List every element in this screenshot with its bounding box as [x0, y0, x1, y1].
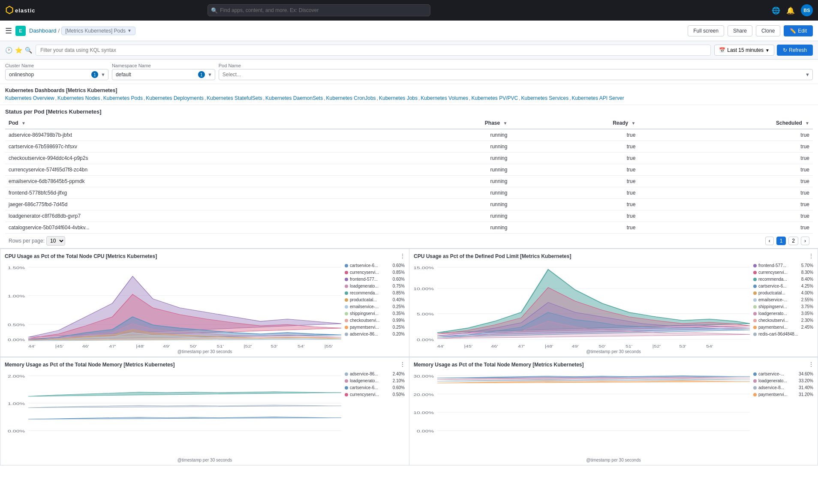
globe-icon[interactable]: 🌐 — [772, 6, 780, 15]
legend-item: currencyservi... 0.50% — [345, 392, 405, 398]
cell-phase: running — [384, 164, 511, 176]
breadcrumb-chevron[interactable]: ▼ — [127, 28, 132, 33]
svg-text:0.00%: 0.00% — [417, 429, 434, 433]
k8s-link-jobs[interactable]: Kubernetes Jobs — [379, 95, 418, 101]
cell-ready: true — [511, 222, 639, 234]
cell-ready: true — [511, 141, 639, 153]
col-scheduled-header[interactable]: Scheduled ▼ — [639, 117, 813, 129]
legend-value: 0.25% — [393, 304, 405, 310]
share-button[interactable]: Share — [728, 25, 752, 36]
legend-label: emailservice-... — [350, 304, 379, 310]
fullscreen-button[interactable]: Full screen — [688, 25, 724, 36]
legend-dot — [753, 372, 757, 376]
edit-button[interactable]: ✏️ Edit — [784, 25, 813, 36]
time-picker-button[interactable]: 📅 Last 15 minutes ▼ — [714, 45, 774, 56]
legend-label: paymentservi... — [758, 324, 788, 330]
chart2-svg-wrap: 15.00% 10.00% 5.00% 0.00% 44' |45' 46' 4… — [414, 263, 750, 348]
cell-ready: true — [511, 187, 639, 199]
col-ready-header[interactable]: Ready ▼ — [511, 117, 639, 129]
k8s-link-nodes[interactable]: Kubernetes Nodes — [57, 95, 100, 101]
legend-label: cartservice-6... — [758, 283, 787, 289]
nav-bar: ☰ E Dashboard / [Metrics Kubernetes] Pod… — [0, 21, 818, 41]
legend-label: currencyservi... — [350, 392, 379, 398]
k8s-link-daemonsets[interactable]: Kubernetes DaemonSets — [265, 95, 323, 101]
col-phase-header[interactable]: Phase ▼ — [384, 117, 511, 129]
breadcrumb-separator: / — [58, 27, 60, 34]
k8s-link-cronjobs[interactable]: Kubernetes CronJobs — [326, 95, 376, 101]
legend-item: frontend-577... 5.70% — [753, 263, 813, 269]
legend-dot — [753, 298, 757, 302]
k8s-link-overview[interactable]: Kubernetes Overview — [5, 95, 54, 101]
search-icon-small[interactable]: 🔍 — [25, 47, 32, 54]
bell-icon[interactable]: 🔔 — [786, 6, 795, 15]
namespace-badge: 1 — [198, 71, 205, 78]
legend-dot — [345, 393, 348, 396]
k8s-link-deployments[interactable]: Kubernetes Deployments — [146, 95, 204, 101]
svg-text:|52': |52' — [653, 344, 661, 348]
prev-page-btn[interactable]: ‹ — [765, 237, 774, 245]
filter-save-icon[interactable]: ⭐ — [15, 47, 22, 54]
k8s-link-volumes[interactable]: Kubernetes Volumes — [421, 95, 468, 101]
legend-dot — [345, 271, 348, 274]
filter-time-icon[interactable]: 🕐 — [5, 47, 12, 54]
legend-label: currencyservi... — [758, 270, 788, 276]
chart3-more-icon[interactable]: ⋮ — [400, 361, 406, 368]
k8s-link-pvpvc[interactable]: Kubernetes PV/PVC — [471, 95, 518, 101]
cell-scheduled: true — [639, 199, 813, 210]
next-page-btn[interactable]: › — [801, 237, 809, 245]
k8s-link-services[interactable]: Kubernetes Services — [521, 95, 569, 101]
cluster-name-input[interactable] — [6, 69, 91, 80]
chart2-more-icon[interactable]: ⋮ — [808, 252, 814, 259]
svg-text:50': 50' — [598, 344, 605, 348]
legend-dot — [345, 278, 348, 281]
legend-dot — [753, 393, 757, 396]
chart1-more-icon[interactable]: ⋮ — [400, 252, 406, 259]
chart2-title: CPU Usage as Pct of the Defined Pod Limi… — [414, 253, 813, 259]
global-search-input[interactable] — [208, 4, 430, 16]
hamburger-menu[interactable]: ☰ — [5, 26, 12, 36]
edit-icon: ✏️ — [790, 28, 796, 34]
chart4-svg-wrap: 30.00% 20.00% 10.00% 0.00% — [414, 371, 750, 457]
clone-button[interactable]: Clone — [756, 25, 780, 36]
k8s-link-pods[interactable]: Kubernetes Pods — [103, 95, 143, 101]
chart-cpu-total-node: CPU Usage as Pct of the Total Node CPU [… — [0, 249, 409, 357]
kql-input[interactable] — [36, 45, 711, 56]
legend-label: redis-cart-96d4848... — [758, 331, 798, 337]
top-search: 🔍 — [208, 4, 430, 16]
legend-value: 3.05% — [801, 311, 813, 317]
legend-dot — [753, 319, 757, 322]
svg-marker-58 — [28, 417, 341, 419]
pod-chevron[interactable]: ▼ — [803, 72, 812, 77]
legend-dot — [753, 333, 757, 336]
legend-label: recommenda... — [350, 290, 379, 296]
k8s-link-statefulsets[interactable]: Kubernetes StatefulSets — [207, 95, 262, 101]
namespace-name-input[interactable] — [112, 69, 198, 80]
legend-value: 2.30% — [801, 318, 813, 324]
cell-pod: cartservice-67b598697c-hfsxv — [5, 141, 384, 153]
page-1-btn[interactable]: 1 — [776, 237, 786, 245]
legend-value: 2.10% — [393, 378, 405, 384]
page-2-btn[interactable]: 2 — [788, 237, 798, 245]
avatar[interactable]: BS — [801, 4, 813, 16]
legend-dot — [753, 326, 757, 329]
search-icon: 🔍 — [211, 7, 218, 14]
cluster-chevron[interactable]: ▼ — [98, 72, 108, 77]
pod-name-input[interactable] — [219, 69, 803, 80]
cell-scheduled: true — [639, 176, 813, 187]
legend-dot — [753, 271, 757, 274]
svg-text:44': 44' — [437, 344, 444, 348]
legend-value: 0.85% — [393, 270, 405, 276]
legend-label: loadgenerato... — [350, 378, 379, 384]
rows-per-page-select[interactable]: 10 20 50 — [46, 236, 65, 246]
refresh-button[interactable]: ↻ Refresh — [777, 45, 813, 56]
legend-value: 0.20% — [393, 331, 405, 337]
chart3-x-label: @timestamp per 30 seconds — [5, 458, 405, 462]
namespace-chevron[interactable]: ▼ — [205, 72, 215, 77]
elastic-logo: ⬡ elastic — [5, 5, 35, 16]
legend-dot — [345, 305, 348, 309]
col-pod-header[interactable]: Pod ▼ — [5, 117, 384, 129]
k8s-link-api[interactable]: Kubernetes API Server — [572, 95, 624, 101]
svg-text:10.00%: 10.00% — [414, 287, 434, 291]
chart4-more-icon[interactable]: ⋮ — [808, 361, 814, 368]
breadcrumb-dashboard[interactable]: Dashboard — [29, 27, 57, 34]
